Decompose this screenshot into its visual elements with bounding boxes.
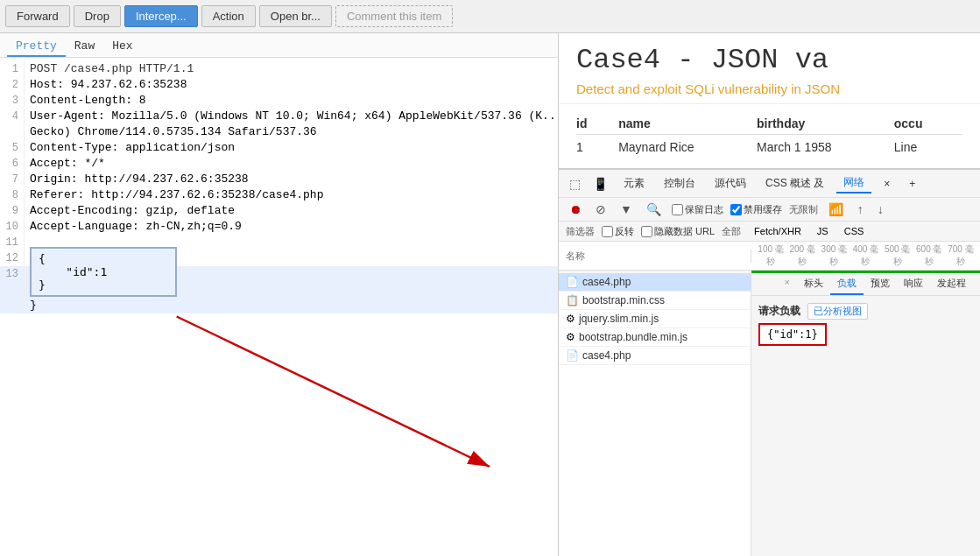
tab-pretty[interactable]: Pretty — [7, 37, 66, 57]
request-line: 8Referer: http://94.237.62.6:35238/case4… — [0, 187, 558, 203]
timeline-tick: 700 毫秒 — [945, 243, 976, 268]
preserve-log-label[interactable]: 保留日志 — [672, 203, 723, 216]
hide-urls-label[interactable]: 隐藏数据 URL — [641, 225, 715, 238]
col-name: name — [618, 113, 757, 135]
tab-raw[interactable]: Raw — [66, 37, 103, 57]
filter-xhr[interactable]: Fetch/XHR — [748, 224, 807, 238]
drop-button[interactable]: Drop — [74, 5, 121, 27]
file-item[interactable]: 📋bootstrap.min.css — [559, 292, 751, 310]
line-content: } — [30, 298, 37, 313]
hide-urls-checkbox[interactable] — [641, 226, 652, 237]
request-line: 3Content-Length: 8 — [0, 93, 558, 109]
line-number — [0, 298, 25, 313]
table-cell: 1 — [576, 135, 618, 160]
line-content: Accept-Encoding: gzip, deflate — [30, 203, 235, 219]
comment-button[interactable]: Comment this item — [335, 5, 453, 27]
filter-css[interactable]: CSS — [838, 224, 871, 238]
request-line: } — [0, 298, 558, 313]
disable-cache-checkbox[interactable] — [730, 204, 742, 215]
file-item[interactable]: ⚙jquery.slim.min.js — [559, 310, 751, 328]
upload-icon[interactable]: ↑ — [854, 201, 867, 218]
request-line: Gecko) Chrome/114.0.5735.134 Safari/537.… — [0, 124, 558, 140]
detail-tab-标头[interactable]: 标头 — [797, 273, 830, 295]
line-number: 4 — [0, 109, 25, 124]
stop-icon[interactable]: ⊘ — [592, 201, 610, 218]
timeline-bar: 名称 100 毫秒200 毫秒300 毫秒400 毫秒500 毫秒600 毫秒7… — [559, 242, 980, 271]
request-line: 5Content-Type: application/json — [0, 140, 558, 156]
detail-tab-负载[interactable]: 负载 — [830, 273, 864, 295]
payload-view-button[interactable]: 已分析视图 — [807, 303, 868, 320]
toolbar: Forward Drop Intercep... Action Open br.… — [0, 0, 980, 33]
file-item[interactable]: ⚙bootstrap.bundle.min.js — [559, 328, 751, 347]
timeline-tick: 100 毫秒 — [755, 243, 786, 268]
open-browser-button[interactable]: Open br... — [259, 5, 332, 27]
tab-console[interactable]: 控制台 — [657, 174, 702, 193]
line-number: 1 — [0, 61, 25, 77]
line-number: 9 — [0, 203, 25, 219]
timeline-tick: 500 毫秒 — [882, 243, 913, 268]
line-number: 2 — [0, 77, 25, 93]
intercept-button[interactable]: Intercep... — [124, 5, 198, 27]
filter-icon[interactable]: ▼ — [617, 201, 636, 218]
file-item[interactable]: 📄case4.php — [559, 273, 751, 292]
request-line: 9Accept-Encoding: gzip, deflate — [0, 203, 558, 219]
record-icon[interactable]: ⏺ — [566, 201, 585, 218]
table-area: id name birthday occu 1Maynard RiceMarch… — [559, 104, 980, 168]
file-icon: ⚙ — [566, 331, 575, 343]
line-content: Accept-Language: zh-CN,zh;q=0.9 — [30, 219, 242, 235]
tab-network[interactable]: 网络 — [836, 173, 871, 194]
file-item[interactable]: 📄case4.php — [559, 347, 751, 365]
request-content[interactable]: 1POST /case4.php HTTP/1.12Host: 94.237.6… — [0, 58, 558, 317]
filter-js[interactable]: JS — [811, 224, 835, 238]
request-line: 1POST /case4.php HTTP/1.1 — [0, 61, 558, 77]
device-icon[interactable]: 📱 — [589, 175, 611, 193]
payload-header: 请求负载 已分析视图 — [758, 303, 973, 320]
filter-label: 筛选器 — [566, 225, 595, 238]
tab-sources[interactable]: 源代码 — [708, 174, 753, 193]
tab-css[interactable]: CSS 概述 及 — [758, 174, 831, 193]
detail-tab-预览[interactable]: 预览 — [864, 273, 897, 295]
reverse-label[interactable]: 反转 — [602, 225, 634, 238]
line-number: 12 — [0, 250, 25, 266]
throttle-select[interactable]: 无限制 — [789, 203, 818, 216]
table-cell: March 1 1958 — [757, 135, 894, 160]
detail-tab-发起程[interactable]: 发起程 — [930, 273, 973, 295]
request-area: 1POST /case4.php HTTP/1.12Host: 94.237.6… — [0, 58, 558, 556]
timeline-tick: 600 毫秒 — [913, 243, 945, 268]
detail-content: 请求负载 已分析视图 {"id":1} — [751, 296, 980, 556]
filter-types: Fetch/XHR JS CSS — [748, 224, 870, 238]
disable-cache-label[interactable]: 禁用缓存 — [730, 203, 782, 216]
download-icon[interactable]: ↓ — [874, 201, 887, 218]
all-filter[interactable]: 全部 — [722, 225, 741, 238]
line-number: 8 — [0, 187, 25, 203]
forward-button[interactable]: Forward — [5, 5, 70, 27]
detail-tab-×[interactable]: × — [778, 273, 797, 295]
page-subtitle: Detect and exploit SQLi vulnerability in… — [576, 81, 962, 96]
detail-tab-响应[interactable]: 响应 — [897, 273, 930, 295]
format-tabs: Pretty Raw Hex — [0, 33, 558, 58]
action-button[interactable]: Action — [201, 5, 256, 27]
request-line: 2Host: 94.237.62.6:35238 — [0, 77, 558, 93]
request-line: 4User-Agent: Mozilla/5.0 (Windows NT 10.… — [0, 109, 558, 124]
line-content: Accept: */* — [30, 156, 105, 172]
tab-elements[interactable]: 元素 — [617, 174, 652, 193]
col-birthday: birthday — [757, 113, 894, 135]
inspect-icon[interactable]: ⬚ — [566, 175, 584, 193]
line-content: Host: 94.237.62.6:35238 — [30, 77, 187, 93]
file-name: case4.php — [582, 349, 631, 362]
file-icon: 📄 — [566, 349, 579, 362]
payload-section: 请求负载 已分析视图 {"id":1} — [758, 303, 973, 346]
reverse-checkbox[interactable] — [602, 226, 613, 237]
tab-hex[interactable]: Hex — [103, 37, 141, 57]
line-content: Referer: http://94.237.62.6:35238/case4.… — [30, 187, 323, 203]
preserve-log-checkbox[interactable] — [672, 204, 683, 215]
file-list: 📄case4.php📋bootstrap.min.css⚙jquery.slim… — [559, 273, 751, 556]
detail-tabs: ×标头负载预览响应发起程 — [751, 273, 980, 296]
tab-close[interactable]: × — [877, 176, 897, 192]
tab-add[interactable]: + — [902, 176, 922, 192]
line-number: 5 — [0, 140, 25, 156]
filter-bar: 筛选器 反转 隐藏数据 URL 全部 Fetch/XHR JS CSS — [559, 222, 980, 242]
wifi-icon: 📶 — [825, 201, 847, 218]
search-icon[interactable]: 🔍 — [643, 201, 665, 218]
file-list-area: 📄case4.php📋bootstrap.min.css⚙jquery.slim… — [559, 273, 980, 556]
